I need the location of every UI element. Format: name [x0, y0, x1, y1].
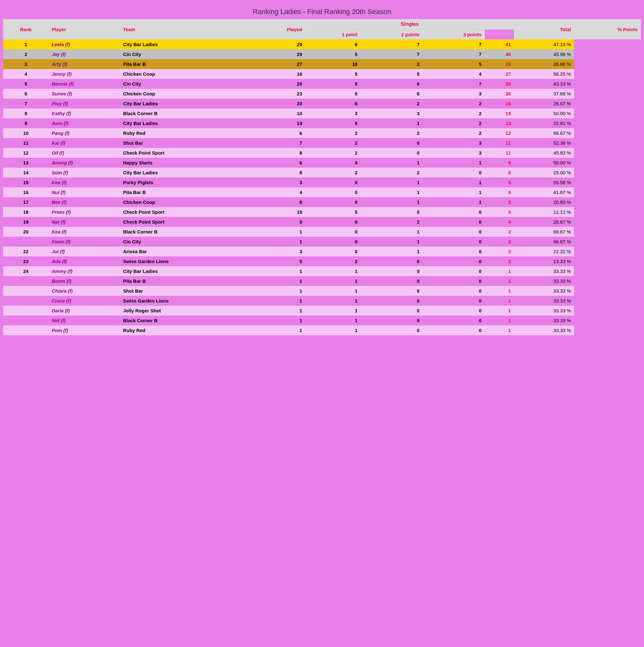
player-cell: Oil (f) — [49, 148, 120, 158]
page-title: Ranking Ladies - Final Ranking 20th Seas… — [3, 3, 641, 19]
player-cell: Chiara (f) — [49, 286, 120, 296]
pct-cell: 33.33 % — [514, 296, 574, 306]
total-cell: 1 — [485, 315, 514, 326]
three-points-cell: 1 — [423, 158, 485, 168]
table-row: 17Bee (f)Chicken Coop8011520.83 % — [3, 197, 641, 207]
total-cell: 27 — [485, 69, 514, 79]
two-points-cell: 0 — [361, 326, 423, 335]
table-row: 20Kea (f)Black Corner B1010266.67 % — [3, 227, 641, 237]
one-point-cell: 2 — [306, 257, 361, 266]
player-cell: Aom (f) — [49, 118, 120, 128]
one-point-cell: 1 — [306, 296, 361, 306]
played-cell: 8 — [250, 168, 305, 177]
table-row: Nid (f)Black Corner B1100133.33 % — [3, 315, 641, 326]
team-cell: Cin City — [120, 237, 250, 246]
team-cell: Ruby Red — [120, 326, 250, 335]
table-row: 2Jay (f)Cin City295774045.98 % — [3, 49, 641, 59]
three-points-cell: 1 — [423, 177, 485, 187]
table-row: 15Kea (f)Porky Piglets3011555.56 % — [3, 177, 641, 187]
table-row: Boom (f)Pita Bar B1100133.33 % — [3, 276, 641, 286]
two-points-cell: 0 — [361, 315, 423, 326]
team-cell: Cin City — [120, 49, 250, 59]
three-points-cell: 3 — [423, 148, 485, 158]
one-point-cell: 0 — [306, 217, 361, 227]
table-row: 5Bennie (f)Cin City205072643.33 % — [3, 79, 641, 89]
one-point-cell: 1 — [306, 306, 361, 315]
rank-cell: 17 — [3, 197, 49, 207]
rank-cell: 22 — [3, 246, 49, 257]
table-row: Pom (f)Ruby Red1100133.33 % — [3, 326, 641, 335]
total-header: Total — [514, 19, 574, 40]
rank-cell — [3, 296, 49, 306]
played-cell: 1 — [250, 296, 305, 306]
one-point-cell: 2 — [306, 138, 361, 148]
one-point-cell: 5 — [306, 207, 361, 217]
table-row: 3Arty (f)Pita Bar B2710252935.80 % — [3, 59, 641, 69]
team-cell: Black Corner B — [120, 109, 250, 118]
played-cell: 3 — [250, 246, 305, 257]
total-cell: 26 — [485, 89, 514, 98]
player-cell: Kea (f) — [49, 177, 120, 187]
total-cell: 11 — [485, 138, 514, 148]
total-cell: 2 — [485, 257, 514, 266]
three-points-cell: 0 — [423, 217, 485, 227]
played-cell: 27 — [250, 59, 305, 69]
played-cell: 16 — [250, 69, 305, 79]
player-cell: Pom (f) — [49, 326, 120, 335]
three-points-cell: 0 — [423, 315, 485, 326]
player-cell: Jenny (f) — [49, 69, 120, 79]
total-cell: 29 — [485, 59, 514, 69]
three-points-cell: 3 — [423, 89, 485, 98]
rank-cell: 2 — [3, 49, 49, 59]
two-points-cell: 2 — [361, 59, 423, 69]
one-point-cell: 0 — [306, 227, 361, 237]
player-cell: Daria (f) — [49, 306, 120, 315]
total-cell: 5 — [485, 187, 514, 197]
pct-cell: 45.98 % — [514, 49, 574, 59]
team-cell: Porky Piglets — [120, 177, 250, 187]
one-point-cell: 1 — [306, 276, 361, 286]
played-cell: 1 — [250, 315, 305, 326]
team-cell: Shot Bar — [120, 138, 250, 148]
played-cell: 8 — [250, 148, 305, 158]
two-points-cell: 0 — [361, 79, 423, 89]
table-row: 19Nat (f)Check Point Sport5020426.67 % — [3, 217, 641, 227]
table-row: Crace (f)Swiss Garden Lions1100133.33 % — [3, 296, 641, 306]
rank-header: Rank — [3, 19, 49, 40]
pct-cell: 33.33 % — [514, 286, 574, 296]
player-header: Player — [49, 19, 120, 40]
one-point-cell: 6 — [306, 98, 361, 109]
pct-cell: 66.67 % — [514, 227, 574, 237]
two-points-cell: 1 — [361, 237, 423, 246]
pct-cell: 41.67 % — [514, 187, 574, 197]
played-cell: 3 — [250, 177, 305, 187]
total-cell: 2 — [485, 237, 514, 246]
played-cell: 5 — [250, 257, 305, 266]
pct-cell: 26.67 % — [514, 98, 574, 109]
played-cell: 19 — [250, 118, 305, 128]
pct-cell: 33.33 % — [514, 266, 574, 276]
table-row: 9Aom (f)City Bar Ladies195121322.81 % — [3, 118, 641, 128]
total-cell: 1 — [485, 266, 514, 276]
pct-cell: 47.13 % — [514, 40, 574, 49]
rank-cell: 13 — [3, 158, 49, 168]
rank-cell: 14 — [3, 168, 49, 177]
rank-cell — [3, 315, 49, 326]
one-point-cell: 0 — [306, 237, 361, 246]
one-point-cell: 5 — [306, 49, 361, 59]
pct-cell: 33.33 % — [514, 315, 574, 326]
team-cell: Shot Bar — [120, 286, 250, 296]
pct-cell: 20.83 % — [514, 197, 574, 207]
player-cell: Jay (f) — [49, 49, 120, 59]
three-points-cell: 4 — [423, 69, 485, 79]
played-cell: 6 — [250, 158, 305, 168]
team-cell: City Bar Ladies — [120, 118, 250, 128]
team-cell: Swiss Garden Lions — [120, 296, 250, 306]
team-cell: Ruby Red — [120, 128, 250, 138]
two-points-cell: 0 — [361, 276, 423, 286]
singles-header: Singles — [306, 19, 514, 29]
player-cell: Nat (f) — [49, 217, 120, 227]
two-points-cell: 5 — [361, 69, 423, 79]
total-cell: 1 — [485, 296, 514, 306]
player-cell: Kwan (f) — [49, 237, 120, 246]
